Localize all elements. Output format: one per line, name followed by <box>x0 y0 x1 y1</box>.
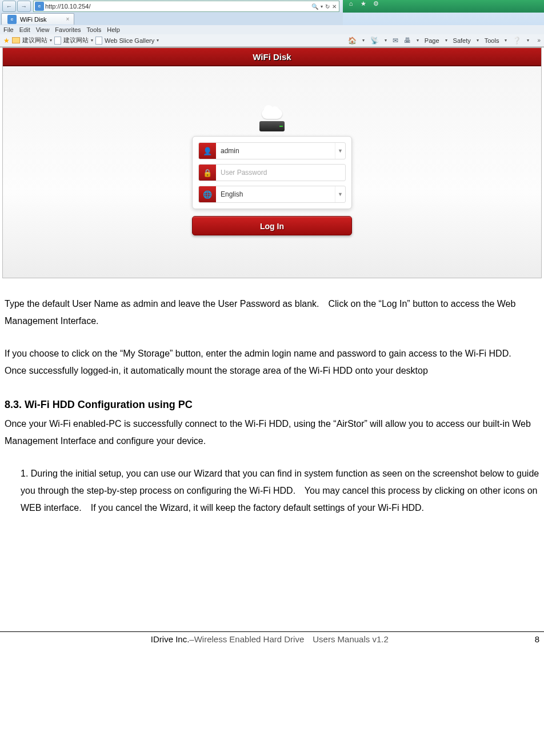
login-button[interactable]: Log In <box>192 216 352 235</box>
help-icon[interactable]: ❔ <box>513 37 521 45</box>
language-dropdown-icon[interactable]: ▼ <box>335 186 345 202</box>
favorites-star-icon[interactable]: ★ <box>359 0 368 8</box>
paragraph-3: Once your Wi-Fi enabled-PC is successful… <box>5 415 539 450</box>
cmd-page[interactable]: Page <box>425 37 439 44</box>
menu-file[interactable]: File <box>3 26 14 33</box>
lock-icon: 🔒 <box>199 165 216 181</box>
browser-tab[interactable]: e WiFi Disk × <box>1 13 74 25</box>
tab-favicon: e <box>7 15 17 24</box>
home-icon[interactable]: ⌂ <box>346 0 355 8</box>
screenshot-panel: WiFi Disk 👤 admin ▼ 🔒 User Password 🌐 <box>2 47 542 278</box>
cmd-tools[interactable]: Tools <box>485 37 499 44</box>
menu-view[interactable]: View <box>36 26 50 33</box>
menu-tools[interactable]: Tools <box>87 26 102 33</box>
password-field[interactable]: 🔒 User Password <box>198 164 346 181</box>
footer-rest: –Wireless Enabled Hard Drive Users Manua… <box>189 634 388 644</box>
fav-folder-icon <box>12 37 20 43</box>
paragraph-2: If you choose to click on the “My Storag… <box>5 345 539 380</box>
chevron-right-icon[interactable]: » <box>537 37 541 43</box>
command-bar: 🏠▾ 📡▾ ✉ 🖶▾ Page▾ Safety▾ Tools▾ ❔▾ » <box>348 37 541 45</box>
refresh-icon[interactable]: ↻ <box>325 3 330 10</box>
login-card: 👤 admin ▼ 🔒 User Password 🌐 English ▼ <box>192 136 352 209</box>
page-icon <box>54 37 61 45</box>
paragraph-1: Type the default User Name as admin and … <box>5 295 539 330</box>
feeds-icon[interactable]: 📡 <box>370 37 379 45</box>
tools-gear-icon[interactable]: ⚙ <box>371 0 381 8</box>
cmd-safety[interactable]: Safety <box>453 37 471 44</box>
address-bar[interactable]: e http://10.10.254/ 🔍 ▾ ↻ ✕ <box>33 1 339 12</box>
user-icon: 👤 <box>199 143 216 159</box>
menu-edit[interactable]: Edit <box>19 26 30 33</box>
menu-bar: File Edit View Favorites Tools Help <box>0 25 544 34</box>
hdd-cloud-icon <box>255 109 289 131</box>
fav-item-1[interactable]: 建议网站 <box>22 36 47 45</box>
tab-title: WiFi Disk <box>20 16 46 23</box>
mail-icon[interactable]: ✉ <box>393 37 398 45</box>
window-titlebar: ⌂ ★ ⚙ <box>343 0 544 13</box>
fav-drop-3[interactable]: ▾ <box>157 38 159 43</box>
fav-drop-1[interactable]: ▾ <box>50 38 52 43</box>
menu-favorites[interactable]: Favorites <box>55 26 81 33</box>
page-footer: IDrive Inc.–Wireless Enabled Hard Drive … <box>0 631 544 649</box>
back-button[interactable]: ← <box>2 1 16 12</box>
document-body: Type the default User Name as admin and … <box>0 278 544 517</box>
fav-item-3[interactable]: Web Slice Gallery <box>105 37 154 44</box>
fav-item-2[interactable]: 建议网站 <box>63 36 89 45</box>
section-heading: 8.3. Wi-Fi HDD Configuration using PC <box>5 395 539 414</box>
globe-icon: 🌐 <box>199 186 216 202</box>
menu-help[interactable]: Help <box>107 26 120 33</box>
page-icon-2 <box>95 37 102 45</box>
favorites-bar: ★ 建议网站▾ 建议网站▾ Web Slice Gallery▾ 🏠▾ 📡▾ ✉… <box>0 34 544 47</box>
page-number: 8 <box>535 634 539 644</box>
username-dropdown-icon[interactable]: ▼ <box>335 143 345 159</box>
url-text: http://10.10.254/ <box>45 3 309 10</box>
fav-star-icon[interactable]: ★ <box>3 37 10 45</box>
language-field[interactable]: 🌐 English ▼ <box>198 186 346 203</box>
print-icon[interactable]: 🖶 <box>404 37 411 45</box>
username-value: admin <box>216 143 335 159</box>
tab-close-icon[interactable]: × <box>66 16 69 22</box>
password-placeholder: User Password <box>216 165 345 181</box>
footer-company: IDrive Inc. <box>151 634 190 644</box>
stop-icon[interactable]: ✕ <box>332 3 337 10</box>
paragraph-4: 1. During the initial setup, you can use… <box>5 465 539 517</box>
language-value: English <box>216 186 335 202</box>
fav-drop-2[interactable]: ▾ <box>91 38 93 43</box>
username-field[interactable]: 👤 admin ▼ <box>198 142 346 159</box>
browser-chrome: ← → e http://10.10.254/ 🔍 ▾ ↻ ✕ e WiFi D <box>0 0 544 47</box>
ie-icon: e <box>35 2 44 11</box>
app-header: WiFi Disk <box>3 48 541 66</box>
addr-dropdown-icon[interactable]: ▾ <box>321 4 323 9</box>
home-cmd-icon[interactable]: 🏠 <box>348 37 357 45</box>
forward-button[interactable]: → <box>17 1 31 12</box>
search-icon[interactable]: 🔍 <box>311 3 318 10</box>
